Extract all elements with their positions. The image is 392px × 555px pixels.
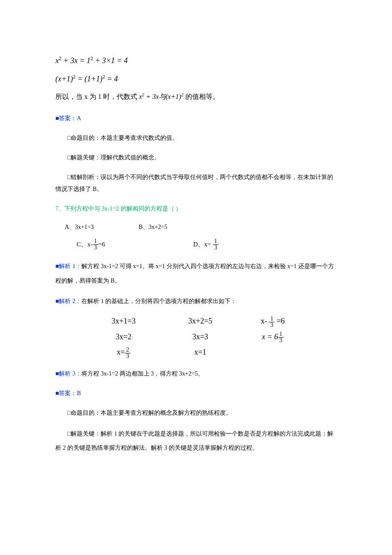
solutions-table: 3x+1=3 3x+2=5 x- 13 =6 3x=2 3x=3 x = 613… (85, 315, 337, 359)
conclusion-math: x2 + 3x与(x+1)2 (139, 93, 184, 100)
cell-r2c3: x = 613 (239, 331, 307, 344)
purpose-6: □命题目的：本题主要考查求代数式的值。 (55, 132, 337, 144)
conclusion-suffix: 的值相等。 (184, 93, 219, 100)
error-6: □错解剖析：误以为两个不同的代数式当字母取任何值时，两个代数式的值都不会相等，在… (55, 171, 337, 195)
cell-r2c1: 3x=2 (85, 331, 162, 344)
cell-r1c2: 3x+2=5 (162, 315, 239, 328)
conclusion-line: 所以，当 x 为 1 时，代数式 x2 + 3x与(x+1)2 的值相等。 (55, 91, 337, 102)
analysis-2: ■解析 2：在解析 1 的基础上，分别将四个选项方程的解都求出如下： (55, 295, 337, 307)
analysis-2-label: ■解析 2： (55, 298, 81, 304)
equation-1: x2 + 3x = 12 + 3×1 = 4 (55, 55, 337, 67)
q7-text: 下列方程中与 3x-1=2 的解相同的方程是（ ） (64, 205, 182, 212)
cell-r3c2: x=1 (162, 346, 239, 359)
answer-7: ■答案：B (55, 387, 337, 399)
purpose-7-text: 本题主要考查方程解的概念及解方程的熟练程度。 (101, 410, 232, 416)
analysis-1: ■解析 1：解方程 3x-1=2 可得 x=1。将 x=1 分别代入四个选项方程… (55, 259, 337, 288)
cell-r1c1: 3x+1=3 (85, 315, 162, 328)
table-row: x=23 x=1 (85, 346, 337, 359)
key-6-label: □解题关键： (67, 154, 101, 161)
analysis-1-text: 解方程 3x-1=2 可得 x=1。将 x=1 分别代入四个选项方程的左边与右边… (55, 263, 334, 284)
frac-1-3-t2: 13 (278, 331, 284, 344)
cell-r3c3 (239, 346, 307, 359)
key-6-text: 理解代数式值的概念。 (101, 154, 160, 161)
eq2-text: (x+1)2 = (1+1)2 = 4 (55, 75, 118, 83)
analysis-1-label: ■解析 1： (55, 263, 81, 269)
table-row: 3x=2 3x=3 x = 613 (85, 331, 337, 344)
conclusion-prefix: 所以，当 x 为 1 时，代数式 (55, 93, 139, 100)
frac-2-3: 23 (125, 347, 130, 359)
q7-option-d: D、x= 13 (193, 238, 219, 251)
key-7-label: □解题关键： (67, 431, 101, 437)
purpose-6-text: 本题主要考查求代数式的值。 (101, 135, 178, 141)
question-7: 7、下列方程中与 3x-1=2 的解相同的方程是（ ） (55, 203, 337, 215)
answer-6: ■答案：A (55, 113, 337, 124)
analysis-3-label: ■解析 3： (55, 370, 81, 377)
key-6: □解题关键：理解代数式值的概念。 (55, 152, 337, 164)
cell-r3c1: x=23 (85, 346, 162, 359)
q7-option-a: A、3x+1=3 (65, 223, 137, 232)
purpose-7-label: □命题目的： (67, 410, 101, 416)
cell-r1c3: x- 13 =6 (239, 315, 307, 328)
analysis-3-text: 将方程 3x-1=2 两边都加上 3，得方程 3x+2=5。 (81, 370, 204, 377)
key-7: □解题关键：解析 1 的关键在于此题是选择题，所以可用检验一个数是否是方程解的方… (55, 427, 337, 455)
opt-d-prefix: D、x= (193, 241, 211, 248)
q7-option-b: B、3x+2=5 (139, 224, 167, 230)
purpose-7: □命题目的：本题主要考查方程解的概念及解方程的熟练程度。 (55, 407, 337, 419)
analysis-3: ■解析 3：将方程 3x-1=2 两边都加上 3，得方程 3x+2=5。 (55, 368, 337, 380)
q7-options-row2: C、x-13=6 D、x= 13 (77, 238, 337, 251)
purpose-6-label: □命题目的： (67, 135, 101, 141)
document-page: x2 + 3x = 12 + 3×1 = 4 (x+1)2 = (1+1)2 =… (0, 0, 392, 489)
analysis-2-text: 在解析 1 的基础上，分别将四个选项方程的解都求出如下： (81, 298, 236, 304)
q7-options-row1: A、3x+1=3 B、3x+2=5 (65, 223, 337, 232)
table-row: 3x+1=3 3x+2=5 x- 13 =6 (85, 315, 337, 328)
opt-c-prefix: C、x- (77, 241, 93, 248)
opt-c-suffix: =6 (98, 241, 105, 248)
q7-number: 7、 (55, 205, 64, 212)
eq1-text: x2 + 3x = 12 + 3×1 = 4 (55, 56, 128, 65)
frac-1-3-c: 13 (93, 238, 98, 251)
frac-1-3-d: 13 (213, 238, 219, 251)
q7-option-c: C、x-13=6 (77, 238, 192, 251)
cell-r2c2: 3x=3 (162, 331, 239, 344)
frac-1-3-t1: 13 (269, 316, 274, 328)
equation-2: (x+1)2 = (1+1)2 = 4 (55, 73, 337, 85)
error-6-label: □错解剖析： (67, 174, 101, 180)
